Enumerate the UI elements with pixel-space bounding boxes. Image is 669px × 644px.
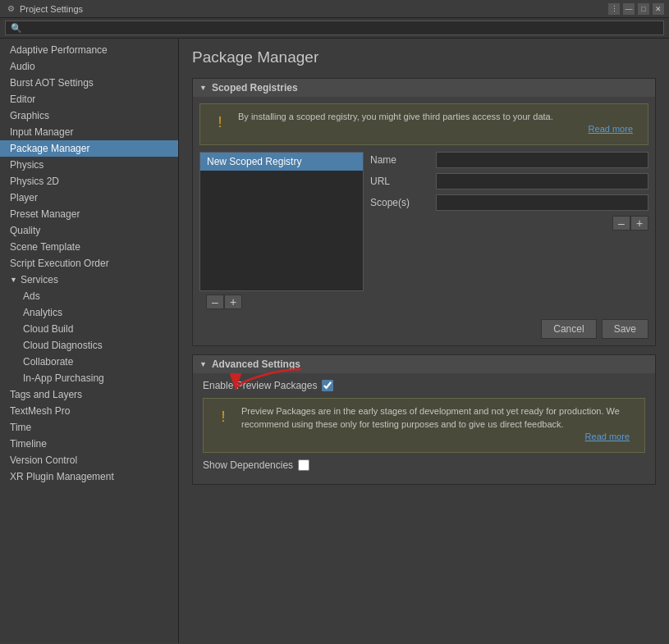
- sidebar-item-textmesh-pro[interactable]: TextMesh Pro: [0, 403, 178, 419]
- sidebar-item-tags-and-layers[interactable]: Tags and Layers: [0, 386, 178, 403]
- sidebar-item-xr-plugin-management[interactable]: XR Plugin Management: [0, 468, 178, 485]
- registry-panel: New Scoped Registry – + Name URL: [199, 152, 648, 313]
- registry-list-item[interactable]: New Scoped Registry: [200, 153, 363, 171]
- show-deps-label: Show Dependencies: [203, 459, 293, 471]
- sidebar-item-physics-2d[interactable]: Physics 2D: [0, 173, 178, 190]
- url-label: URL: [370, 176, 436, 187]
- sidebar-item-graphics[interactable]: Graphics: [0, 107, 178, 124]
- registry-action-buttons: Cancel Save: [199, 319, 648, 339]
- sidebar-item-preset-manager[interactable]: Preset Manager: [0, 206, 178, 222]
- content-area: Package Manager ▼ Scoped Registries ! By…: [179, 39, 669, 643]
- sidebar-item-in-app-purchasing[interactable]: In-App Purchasing: [0, 370, 178, 386]
- window-controls: ⋮ — □ ✕: [608, 3, 664, 15]
- enable-preview-row: Enable Preview Packages: [203, 380, 645, 391]
- page-title: Package Manager: [192, 48, 656, 66]
- warning-icon: !: [208, 111, 231, 134]
- adv-section-arrow-icon: ▼: [199, 360, 207, 368]
- section-arrow-icon: ▼: [199, 84, 207, 92]
- sidebar-item-script-execution-order[interactable]: Script Execution Order: [0, 255, 178, 272]
- sidebar: Adaptive PerformanceAudioBurst AOT Setti…: [0, 39, 179, 643]
- list-pm-buttons: – +: [206, 295, 242, 309]
- sidebar-item-cloud-build[interactable]: Cloud Build: [0, 321, 178, 337]
- name-field-row: Name: [370, 152, 648, 168]
- sidebar-item-cloud-diagnostics[interactable]: Cloud Diagnostics: [0, 337, 178, 354]
- sidebar-item-version-control[interactable]: Version Control: [0, 452, 178, 468]
- preview-read-more[interactable]: Read more: [585, 432, 630, 441]
- show-deps-checkbox[interactable]: [298, 459, 309, 471]
- registry-list: New Scoped Registry: [199, 152, 364, 291]
- advanced-settings-section: ▼ Advanced Settings Enable Preview Packa…: [192, 354, 656, 485]
- scoped-registries-header[interactable]: ▼ Scoped Registries: [193, 79, 655, 97]
- advanced-settings-header[interactable]: ▼ Advanced Settings: [193, 355, 655, 373]
- list-minus-btn[interactable]: –: [206, 295, 224, 309]
- registry-details: Name URL Scope(s) – +: [370, 152, 648, 313]
- sidebar-item-ads[interactable]: Ads: [0, 288, 178, 304]
- enable-preview-checkbox-row: Enable Preview Packages: [203, 380, 645, 391]
- scoped-registries-section: ▼ Scoped Registries ! By installing a sc…: [192, 78, 656, 346]
- scopes-label: Scope(s): [370, 197, 436, 208]
- scopes-minus-btn[interactable]: –: [612, 216, 630, 231]
- sidebar-item-physics[interactable]: Physics: [0, 157, 178, 173]
- enable-preview-checkbox[interactable]: [322, 380, 333, 391]
- sidebar-section-services[interactable]: ▼Services: [0, 272, 178, 288]
- warning-text: By installing a scoped registry, you mig…: [238, 112, 553, 121]
- scoped-registry-read-more[interactable]: Read more: [589, 124, 633, 134]
- sidebar-section-label: Services: [21, 274, 58, 285]
- url-input[interactable]: [436, 173, 648, 190]
- sidebar-item-burst-aot-settings[interactable]: Burst AOT Settings: [0, 75, 178, 91]
- search-input[interactable]: [5, 21, 664, 35]
- preview-warning-text: Preview Packages are in the early stages…: [241, 406, 620, 428]
- sidebar-item-package-manager[interactable]: Package Manager: [0, 140, 178, 157]
- advanced-settings-content: Enable Preview Packages: [193, 373, 655, 484]
- sidebar-item-input-manager[interactable]: Input Manager: [0, 124, 178, 140]
- title-bar: ⚙ Project Settings ⋮ — □ ✕: [0, 0, 669, 18]
- sidebar-item-time[interactable]: Time: [0, 419, 178, 436]
- enable-preview-label: Enable Preview Packages: [203, 380, 317, 391]
- window-title: Project Settings: [20, 4, 608, 14]
- section-collapse-icon: ▼: [10, 276, 17, 284]
- close-btn[interactable]: ✕: [653, 3, 664, 15]
- sidebar-item-timeline[interactable]: Timeline: [0, 436, 178, 452]
- preview-warning-box: ! Preview Packages are in the early stag…: [203, 398, 645, 453]
- sidebar-item-quality[interactable]: Quality: [0, 222, 178, 239]
- main-layout: Adaptive PerformanceAudioBurst AOT Setti…: [0, 39, 669, 643]
- show-deps-row: Show Dependencies: [203, 459, 645, 471]
- save-button[interactable]: Save: [602, 319, 648, 339]
- preview-warning-icon: !: [212, 405, 235, 428]
- minimize-btn[interactable]: —: [623, 3, 635, 15]
- sidebar-item-audio[interactable]: Audio: [0, 58, 178, 75]
- url-field-row: URL: [370, 173, 648, 190]
- sidebar-item-editor[interactable]: Editor: [0, 91, 178, 107]
- advanced-settings-label: Advanced Settings: [212, 359, 300, 370]
- sidebar-item-adaptive-performance[interactable]: Adaptive Performance: [0, 42, 178, 58]
- scopes-input[interactable]: [436, 194, 648, 211]
- maximize-btn[interactable]: □: [638, 3, 649, 15]
- scoped-registry-warning: ! By installing a scoped registry, you m…: [199, 103, 648, 145]
- search-bar-container: [0, 18, 669, 39]
- sidebar-item-analytics[interactable]: Analytics: [0, 304, 178, 321]
- cancel-button[interactable]: Cancel: [541, 319, 596, 339]
- scopes-plus-btn[interactable]: +: [630, 216, 648, 231]
- name-input[interactable]: [436, 152, 648, 168]
- list-plus-btn[interactable]: +: [224, 295, 242, 309]
- sidebar-item-collaborate[interactable]: Collaborate: [0, 354, 178, 370]
- window-icon: ⚙: [5, 3, 16, 15]
- name-label: Name: [370, 154, 436, 166]
- sidebar-item-scene-template[interactable]: Scene Template: [0, 239, 178, 255]
- scoped-registries-label: Scoped Registries: [212, 82, 298, 94]
- scopes-field-row: Scope(s): [370, 194, 648, 211]
- sidebar-item-player[interactable]: Player: [0, 190, 178, 206]
- menu-dots-btn[interactable]: ⋮: [608, 3, 620, 15]
